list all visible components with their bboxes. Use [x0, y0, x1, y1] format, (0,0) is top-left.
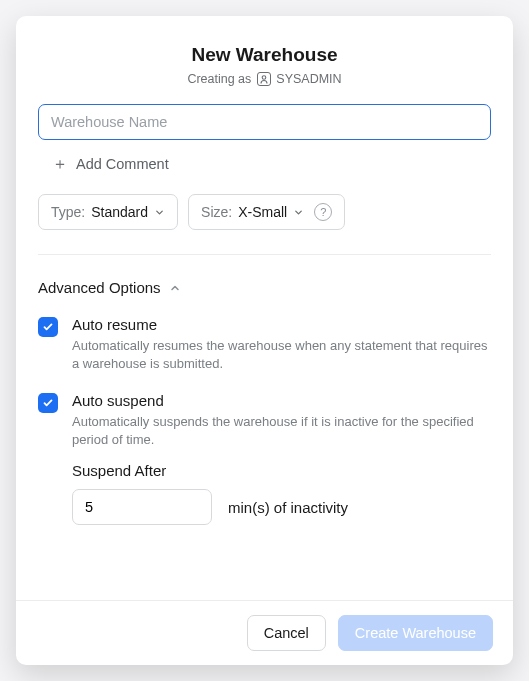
suspend-after-label: Suspend After: [72, 462, 491, 479]
auto-resume-title: Auto resume: [72, 316, 491, 333]
auto-suspend-title: Auto suspend: [72, 392, 491, 409]
suspend-after-unit: min(s) of inactivity: [228, 499, 348, 516]
creating-as-prefix: Creating as: [187, 72, 251, 86]
svg-point-0: [263, 75, 267, 79]
modal-title: New Warehouse: [38, 44, 491, 66]
role-icon: [257, 72, 271, 86]
size-help-icon[interactable]: ?: [314, 203, 332, 221]
type-select[interactable]: Type: Standard: [38, 194, 178, 230]
size-value: X-Small: [238, 204, 287, 220]
type-label: Type:: [51, 204, 85, 220]
role-badge: SYSADMIN: [257, 72, 341, 86]
advanced-options-label: Advanced Options: [38, 279, 161, 296]
auto-suspend-checkbox[interactable]: [38, 393, 58, 413]
role-name: SYSADMIN: [276, 72, 341, 86]
plus-icon: ＋: [52, 156, 68, 172]
divider: [38, 254, 491, 255]
auto-resume-desc: Automatically resumes the warehouse when…: [72, 337, 491, 372]
warehouse-name-input[interactable]: [38, 104, 491, 140]
chevron-down-icon: [293, 207, 304, 218]
type-value: Standard: [91, 204, 148, 220]
chevron-down-icon: [154, 207, 165, 218]
auto-suspend-desc: Automatically suspends the warehouse if …: [72, 413, 491, 448]
add-comment-label: Add Comment: [76, 156, 169, 172]
modal-footer: Cancel Create Warehouse: [16, 600, 513, 665]
suspend-after-input[interactable]: [72, 489, 212, 525]
size-select[interactable]: Size: X-Small ?: [188, 194, 345, 230]
advanced-options-toggle[interactable]: Advanced Options: [38, 279, 181, 296]
chevron-up-icon: [169, 282, 181, 294]
size-label: Size:: [201, 204, 232, 220]
new-warehouse-modal: New Warehouse Creating as SYSADMIN: [16, 16, 513, 665]
create-warehouse-button[interactable]: Create Warehouse: [338, 615, 493, 651]
auto-resume-checkbox[interactable]: [38, 317, 58, 337]
creating-as-line: Creating as SYSADMIN: [38, 72, 491, 86]
cancel-button[interactable]: Cancel: [247, 615, 326, 651]
add-comment-button[interactable]: ＋ Add Comment: [52, 156, 169, 172]
